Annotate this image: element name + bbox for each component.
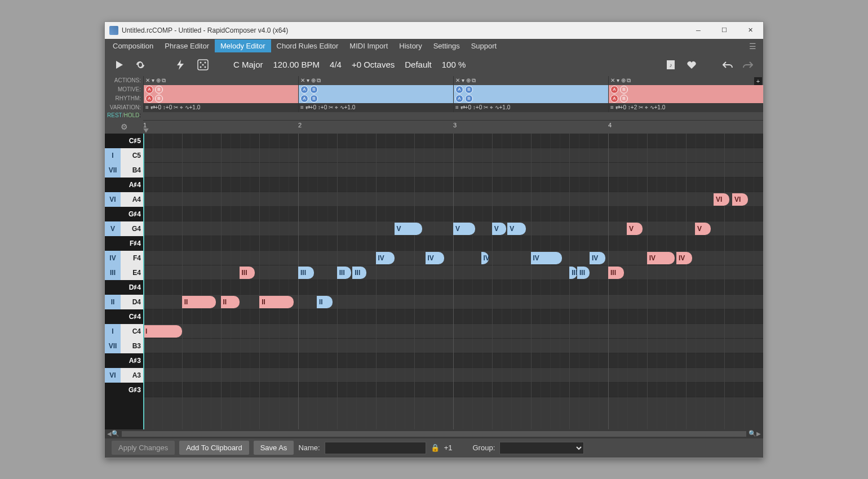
note-block[interactable]: IV [590,252,605,264]
timesig-display[interactable]: 4/4 [330,60,342,69]
note-block[interactable]: I [143,325,182,338]
rest-hold-row: REST/HOLD: [105,112,763,120]
variation-row[interactable]: ≡ ⇄+0 ↕+0 ✂ ⌖ ∿+1.0 [454,103,608,112]
motive-row[interactable]: AB [454,85,608,94]
note-block[interactable]: IV [531,252,562,264]
pitch-label: C♯5 [121,134,143,148]
section-actions[interactable]: ✕ ▾ ⊕ ⧉ [144,76,298,85]
preset-display[interactable]: Default [405,60,432,69]
heart-icon[interactable] [687,60,697,69]
note-block[interactable]: VI [732,193,748,206]
apply-changes-button[interactable]: Apply Changes [112,441,175,455]
name-input[interactable] [325,442,426,454]
tempo-display[interactable]: 120.00 BPM [273,60,320,69]
app-logo-icon [109,26,118,35]
playhead-marker[interactable] [143,128,149,133]
variation-row[interactable]: ≡ ⇄+0 ↕+2 ✂ ⌖ ∿+1.0 [609,103,763,112]
note-block[interactable]: V [453,223,475,235]
bar-number: 4 [608,122,612,128]
note-block[interactable]: III [577,267,590,279]
svg-text:♪: ♪ [670,62,672,68]
octaves-display[interactable]: +0 Octaves [352,60,395,69]
note-block[interactable]: III [337,267,351,279]
motive-row[interactable]: AB [609,85,763,94]
key-display[interactable]: C Major [233,60,263,69]
lock-icon[interactable]: 🔒 [431,443,440,452]
variation-row[interactable]: ≡ ⇄+0 ↕+0 ✂ ⌖ ∿+1.0 [144,103,298,112]
note-block[interactable]: V [627,223,643,235]
plus-one-label[interactable]: +1 [444,443,453,452]
pitch-label: C♯4 [121,309,143,324]
play-icon[interactable] [115,60,125,69]
close-button[interactable]: ✕ [737,22,763,39]
group-select[interactable] [499,442,584,454]
triangle-left-icon[interactable]: ◀ [107,431,112,437]
section-actions[interactable]: ✕ ▾ ⊕ ⧉ [609,76,763,85]
section-actions[interactable]: ✕ ▾ ⊕ ⧉ [299,76,453,85]
menu-tab-chord-rules-editor[interactable]: Chord Rules Editor [271,39,344,52]
note-block[interactable]: IV [647,252,675,264]
save-as-button[interactable]: Save As [254,441,294,455]
rest-label[interactable]: REST [107,112,122,118]
note-block[interactable]: VI [714,193,729,206]
menu-tab-phrase-editor[interactable]: Phrase Editor [159,39,215,52]
note-block[interactable]: V [507,223,526,235]
pitch-label: B3 [121,339,143,353]
note-block[interactable]: II [317,296,333,308]
undo-icon[interactable] [723,61,733,69]
motive-row[interactable]: AB [144,85,298,94]
note-block[interactable]: III [352,267,366,279]
note-block[interactable]: IV [376,252,395,264]
add-section-button[interactable]: + [754,77,762,85]
add-to-clipboard-button[interactable]: Add To Clipboard [179,441,249,455]
zoom-out-icon[interactable]: 🔍 [112,430,119,437]
note-block[interactable]: II [182,296,216,308]
rhythm-row[interactable]: AB [144,94,298,103]
redo-icon[interactable] [743,61,753,69]
rhythm-row[interactable]: AB [454,94,608,103]
note-block[interactable]: III [240,267,255,279]
section-col-1[interactable]: ✕ ▾ ⊕ ⧉ABAB≡ ⇄+0 ↕+0 ✂ ⌖ ∿+1.0 [143,76,298,112]
note-block[interactable]: V [395,223,423,235]
section-col-3[interactable]: ✕ ▾ ⊕ ⧉ABAB≡ ⇄+0 ↕+0 ✂ ⌖ ∿+1.0 [453,76,608,112]
note-block[interactable]: III [298,267,314,279]
note-block[interactable]: V [695,223,711,235]
section-actions[interactable]: ✕ ▾ ⊕ ⧉ [454,76,608,85]
note-block[interactable]: IV [426,252,444,264]
playhead-line[interactable] [143,134,144,429]
menu-tab-melody-editor[interactable]: Melody Editor [215,39,271,52]
bolt-icon[interactable] [177,60,187,70]
motive-row[interactable]: AB [299,85,453,94]
menu-tab-support[interactable]: Support [466,39,503,52]
zoom-display[interactable]: 100 % [442,60,466,69]
dice-icon[interactable] [197,59,207,70]
note-block[interactable]: II [221,296,240,308]
menu-tab-settings[interactable]: Settings [428,39,466,52]
pitch-label: C5 [121,148,143,163]
scroll-thumb[interactable] [122,431,746,437]
variation-row[interactable]: ≡ ⇄+0 ↕+0 ✂ ⌖ ∿+1.0 [299,103,453,112]
menu-tab-composition[interactable]: Composition [107,39,159,52]
note-file-icon[interactable]: ♪ [666,60,676,70]
gear-icon[interactable]: ⚙ [121,122,128,131]
rhythm-row[interactable]: AB [299,94,453,103]
h-scrollbar[interactable]: ◀ 🔍 🔍 ▶ [105,429,763,438]
note-block[interactable]: II [259,296,294,308]
note-block[interactable]: V [492,223,506,235]
section-col-2[interactable]: ✕ ▾ ⊕ ⧉ABAB≡ ⇄+0 ↕+0 ✂ ⌖ ∿+1.0 [298,76,453,112]
database-icon[interactable]: ☰ [745,42,761,51]
menu-tab-midi-import[interactable]: MIDI Import [344,39,393,52]
maximize-button[interactable]: ☐ [711,22,737,39]
note-block[interactable]: IV [676,252,692,264]
menu-tab-history[interactable]: History [393,39,427,52]
note-grid[interactable]: IIIIIIIIIIIIIIIIIIIIIIVVIVVIVVVIVIIIIIII… [143,134,763,429]
triangle-right-icon[interactable]: ▶ [756,431,761,437]
scale-degree [105,280,121,295]
zoom-in-icon[interactable]: 🔍 [749,430,756,437]
loop-icon[interactable] [135,60,145,69]
section-col-4[interactable]: ✕ ▾ ⊕ ⧉ABAB≡ ⇄+0 ↕+2 ✂ ⌖ ∿+1.0 [608,76,763,112]
hold-label[interactable]: HOLD [123,112,139,118]
note-block[interactable]: III [608,267,624,279]
rhythm-row[interactable]: AB [609,94,763,103]
minimize-button[interactable]: ─ [685,22,711,39]
